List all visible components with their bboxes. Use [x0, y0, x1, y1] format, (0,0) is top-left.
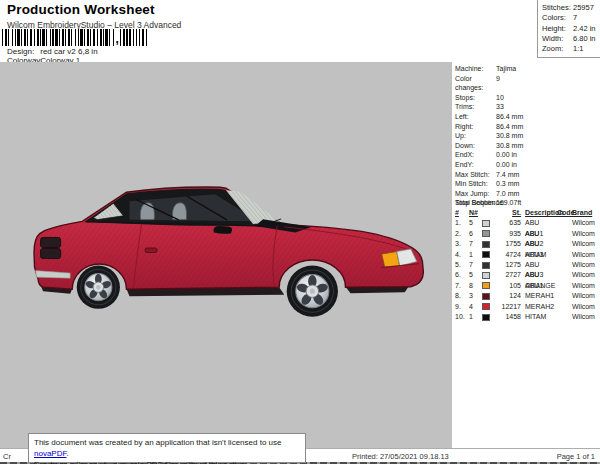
design-barcode: ,: [2, 29, 147, 46]
design-label: Design:: [7, 47, 38, 56]
stat-row: Height:2.42 in: [538, 24, 600, 34]
stop-sequence-row: 2.6935ABU ABU2Wilcom: [452, 229, 600, 239]
machine-info-row: Stops:10: [452, 93, 600, 103]
page-number: Page 1 of 1: [557, 452, 595, 461]
design-canvas: [0, 62, 452, 448]
novapdf-link[interactable]: novaPDF: [34, 449, 66, 458]
license-notice-box: This document was created by an applicat…: [28, 433, 306, 463]
page-title: Production Worksheet: [7, 2, 155, 17]
stop-sequence-section: Stop Sequence: # N# St. Description Code…: [452, 198, 600, 322]
machine-info-row: Right:86.4 mm: [452, 122, 600, 132]
stop-sequence-row: 6.52727ABU ABU1Wilcom: [452, 270, 600, 280]
machine-info-list: Machine:Tajima Color changes:9 Stops:10 …: [452, 64, 600, 208]
printed-timestamp: Printed: 27/05/2021 09.18.13: [352, 452, 449, 461]
thread-color-swatch: [482, 230, 490, 237]
machine-info-row: Up:30.8 mm: [452, 131, 600, 141]
thread-color-swatch: [482, 251, 490, 258]
stat-row: Width:6.80 in: [538, 34, 600, 44]
thread-color-swatch: [482, 241, 490, 248]
stop-sequence-row: 3.71755ABU ABU3Wilcom: [452, 239, 600, 249]
machine-info-row: Left:86.4 mm: [452, 112, 600, 122]
seat-silhouette: [172, 203, 186, 220]
thread-color-swatch: [482, 314, 490, 321]
thread-color-swatch: [482, 272, 490, 279]
barcode-segment-2: [120, 29, 147, 46]
design-row: Design: red car v2 6,8 in: [7, 47, 98, 56]
tail-light-upper: [41, 237, 61, 247]
stop-sequence-row: 5.71275ABU ABU3Wilcom: [452, 260, 600, 270]
design-stats-box: Stitches:25957 Colors:7 Height:2.42 in W…: [537, 0, 600, 58]
design-value: red car v2 6,8 in: [40, 47, 97, 56]
thread-color-swatch: [482, 303, 490, 310]
stop-sequence-header: # N# St. Description Code Brand: [452, 208, 600, 218]
machine-info-panel: Machine:Tajima Color changes:9 Stops:10 …: [452, 62, 600, 448]
machine-info-row: EndY:0.00 in: [452, 160, 600, 170]
thread-color-swatch: [482, 220, 490, 227]
machine-info-row: Machine:Tajima: [452, 64, 600, 74]
thread-color-swatch: [482, 293, 490, 300]
machine-info-row: Max Jump:7.0 mm: [452, 189, 600, 199]
notice-text-period: .: [66, 449, 68, 458]
machine-info-row: EndX:0.00 in: [452, 150, 600, 160]
machine-info-row: Max Stitch:7.4 mm: [452, 170, 600, 180]
machine-info-row: Min Stitch:0.3 mm: [452, 179, 600, 189]
stop-sequence-row: 9.412217MERAH2Wilcom: [452, 302, 600, 312]
front-wheel: [287, 266, 338, 317]
stop-sequence-row: 1.5635ABU ABU1Wilcom: [452, 218, 600, 228]
stat-row: Stitches:25957: [538, 3, 600, 13]
rear-wheel: [77, 266, 120, 309]
notice-text: This document was created by an applicat…: [34, 438, 281, 447]
production-worksheet-page: Production Worksheet Wilcom EmbroiderySt…: [0, 0, 600, 464]
stop-sequence-row: 8.3124MERAH1Wilcom: [452, 291, 600, 301]
machine-info-row: Down:30.8 mm: [452, 141, 600, 151]
thread-color-swatch: [482, 262, 490, 269]
stat-row: Zoom:1:1: [538, 44, 600, 54]
app-subtitle: Wilcom EmbroideryStudio – Level 3 Advanc…: [7, 20, 181, 30]
footer-left-fragment: Cr: [3, 452, 11, 461]
side-mirror: [213, 226, 232, 234]
barcode-segment-1: [2, 29, 114, 46]
notice-line2: Purchase a license to generate PDF files…: [34, 460, 247, 464]
machine-info-row: Trims:33: [452, 102, 600, 112]
stat-row: Colors:7: [538, 13, 600, 23]
stop-sequence-row: 4.14724HITAMWilcom: [452, 250, 600, 260]
thread-color-swatch: [482, 282, 490, 289]
red-car-embroidery-design: [28, 174, 450, 326]
stop-sequence-row: 10.11458HITAMWilcom: [452, 312, 600, 322]
tail-light-lower: [41, 248, 61, 258]
stop-sequence-row: 7.8105ORANGEWilcom: [452, 281, 600, 291]
door-handle: [145, 248, 157, 253]
stop-sequence-title: Stop Sequence:: [452, 198, 600, 208]
machine-info-row: Color changes:9: [452, 74, 600, 93]
